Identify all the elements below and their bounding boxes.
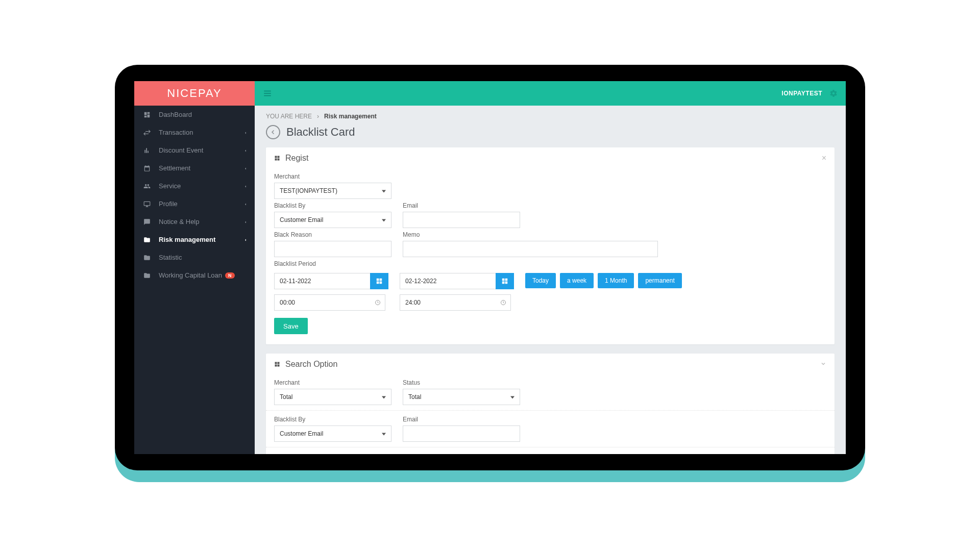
- topbar-username[interactable]: IONPAYTEST: [781, 90, 822, 97]
- save-button[interactable]: Save: [274, 318, 308, 334]
- exchange-icon: [143, 129, 154, 136]
- nav-label: Working Capital Loan: [159, 271, 222, 279]
- time-from-group: 00:00: [274, 294, 388, 311]
- nav-label: Transaction: [159, 129, 193, 136]
- search-panel-header: Search Option: [266, 354, 835, 375]
- grid-icon: [274, 155, 280, 161]
- search-panel: Search Option Merchant Total Status Tota…: [266, 354, 835, 454]
- email-label: Email: [403, 202, 520, 209]
- folder-icon: [143, 236, 154, 243]
- back-button[interactable]: [266, 125, 280, 139]
- search-blacklist-by-select[interactable]: Customer Email: [274, 425, 391, 442]
- time-to-input[interactable]: 24:00: [400, 294, 496, 311]
- blacklist-by-select[interactable]: Customer Email: [274, 212, 391, 228]
- nav-label: Settlement: [159, 164, 190, 172]
- search-panel-body: Merchant Total Status Total Blacklist By…: [266, 375, 835, 454]
- svg-rect-8: [380, 279, 382, 281]
- divider: [266, 410, 835, 411]
- tablet-frame: NICEPAY DashBoard Transaction Discount E…: [115, 65, 865, 470]
- content-area: Regist × Merchant TEST(IONPAYTEST) Black…: [255, 147, 846, 454]
- memo-input[interactable]: [403, 241, 658, 257]
- regist-panel-header: Regist ×: [266, 147, 835, 169]
- nav-transaction[interactable]: Transaction: [134, 123, 255, 141]
- divider: [266, 447, 835, 447]
- nav-discount-event[interactable]: Discount Event: [134, 141, 255, 159]
- brand-logo: NICEPAY: [134, 81, 255, 106]
- svg-rect-7: [377, 279, 379, 281]
- merchant-select[interactable]: TEST(IONPAYTEST): [274, 183, 391, 199]
- sidebar: NICEPAY DashBoard Transaction Discount E…: [134, 81, 255, 454]
- chevron-left-icon: [243, 182, 248, 190]
- chevron-left-icon: [243, 236, 248, 243]
- permanent-button[interactable]: permanent: [638, 273, 681, 288]
- search-email-input[interactable]: [403, 425, 520, 442]
- folder-icon: [143, 272, 154, 279]
- tablet-backdrop: NICEPAY DashBoard Transaction Discount E…: [115, 69, 865, 482]
- folder-icon: [143, 254, 154, 261]
- nav-label: Notice & Help: [159, 218, 199, 226]
- month-button[interactable]: 1 Month: [598, 273, 634, 288]
- clock-icon[interactable]: [496, 294, 511, 311]
- search-merchant-label: Merchant: [274, 379, 391, 386]
- nav-statistic[interactable]: Statistic: [134, 248, 255, 266]
- grid-icon: [274, 361, 280, 367]
- search-email-label: Email: [403, 416, 520, 423]
- nav-working-capital-loan[interactable]: Working Capital Loan N: [134, 266, 255, 284]
- regist-panel: Regist × Merchant TEST(IONPAYTEST) Black…: [266, 147, 835, 344]
- svg-rect-13: [505, 279, 508, 281]
- chevron-left-icon: [243, 129, 248, 136]
- breadcrumb: YOU ARE HERE › Risk management: [266, 113, 835, 120]
- date-to-group: 02-12-2022: [400, 273, 514, 289]
- svg-rect-12: [502, 279, 505, 281]
- nav-label: Profile: [159, 200, 178, 208]
- users-icon: [143, 183, 154, 190]
- app-screen: NICEPAY DashBoard Transaction Discount E…: [134, 81, 846, 454]
- panel-title: Search Option: [285, 360, 337, 369]
- today-button[interactable]: Today: [525, 273, 556, 288]
- reason-input[interactable]: [274, 241, 391, 257]
- svg-rect-15: [505, 282, 508, 284]
- page-title: Blacklist Card: [286, 126, 355, 139]
- email-input[interactable]: [403, 212, 520, 228]
- nav-service[interactable]: Service: [134, 177, 255, 195]
- svg-rect-14: [502, 282, 505, 284]
- week-button[interactable]: a week: [560, 273, 594, 288]
- calendar-button[interactable]: [370, 273, 388, 289]
- svg-rect-9: [377, 282, 379, 284]
- nav-profile[interactable]: Profile: [134, 195, 255, 213]
- dashboard-icon: [143, 111, 154, 118]
- date-to-input[interactable]: 02-12-2022: [400, 273, 496, 289]
- breadcrumb-wrap: YOU ARE HERE › Risk management: [255, 106, 846, 122]
- close-icon[interactable]: ×: [822, 154, 826, 163]
- chevron-right-icon: ›: [317, 113, 319, 120]
- calendar-button[interactable]: [496, 273, 514, 289]
- search-status-label: Status: [403, 379, 520, 386]
- time-from-input[interactable]: 00:00: [274, 294, 370, 311]
- menu-toggle-icon[interactable]: [263, 89, 272, 98]
- blacklist-by-label: Blacklist By: [274, 202, 391, 209]
- topbar: IONPAYTEST: [255, 81, 846, 106]
- nav-label: Discount Event: [159, 146, 203, 154]
- time-to-group: 24:00: [400, 294, 514, 311]
- nav-risk-management[interactable]: Risk management: [134, 231, 255, 248]
- clock-icon[interactable]: [370, 294, 385, 311]
- chevron-down-icon[interactable]: [820, 360, 826, 369]
- gear-icon[interactable]: [829, 89, 838, 97]
- chevron-left-icon: [243, 218, 248, 226]
- period-label: Blacklist Period: [274, 260, 316, 267]
- nav-dashboard[interactable]: DashBoard: [134, 106, 255, 123]
- memo-label: Memo: [403, 231, 658, 238]
- search-merchant-select[interactable]: Total: [274, 389, 391, 405]
- date-from-input[interactable]: 02-11-2022: [274, 273, 370, 289]
- chevron-left-icon: [243, 200, 248, 208]
- date-from-group: 02-11-2022: [274, 273, 388, 289]
- nav-settlement[interactable]: Settlement: [134, 159, 255, 177]
- svg-rect-6: [278, 159, 280, 161]
- search-status-select[interactable]: Total: [403, 389, 520, 405]
- monitor-icon: [143, 201, 154, 208]
- svg-rect-17: [275, 362, 277, 364]
- chevron-left-icon: [243, 164, 248, 172]
- nav-notice-help[interactable]: Notice & Help: [134, 213, 255, 231]
- chevron-left-icon: [243, 146, 248, 154]
- merchant-label: Merchant: [274, 173, 391, 180]
